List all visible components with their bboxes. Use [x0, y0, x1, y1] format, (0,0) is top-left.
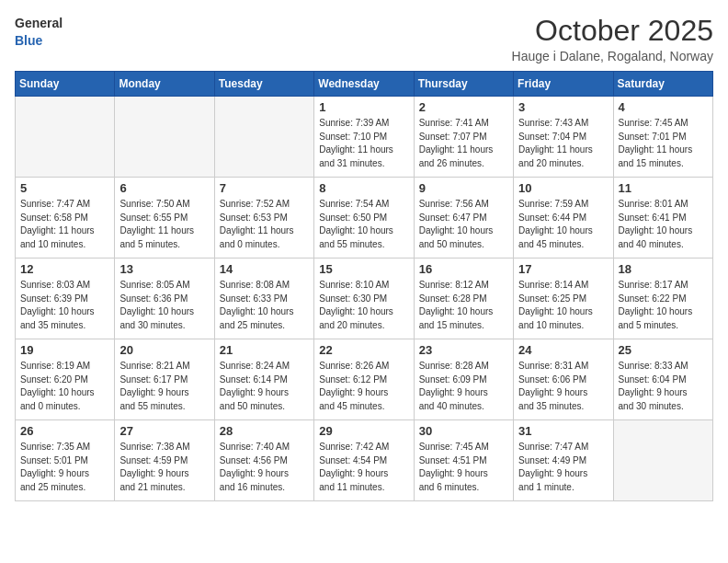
day-info-15: Sunrise: 8:10 AM Sunset: 6:30 PM Dayligh… [319, 279, 408, 332]
calendar-table: SundayMondayTuesdayWednesdayThursdayFrid… [15, 71, 713, 501]
day-number-1: 1 [319, 100, 408, 114]
day-number-24: 24 [518, 343, 608, 357]
day-cell-11: 11Sunrise: 8:01 AM Sunset: 6:41 PM Dayli… [613, 178, 712, 259]
day-info-6: Sunrise: 7:50 AM Sunset: 6:55 PM Dayligh… [119, 198, 209, 251]
day-cell-17: 17Sunrise: 8:14 AM Sunset: 6:25 PM Dayli… [514, 259, 613, 339]
week-row-3: 12Sunrise: 8:03 AM Sunset: 6:39 PM Dayli… [16, 259, 713, 339]
day-cell-20: 20Sunrise: 8:21 AM Sunset: 6:17 PM Dayli… [115, 339, 214, 420]
day-number-11: 11 [619, 181, 708, 195]
day-info-27: Sunrise: 7:38 AM Sunset: 4:59 PM Dayligh… [119, 441, 209, 494]
page-header: General Blue October 2025 Hauge i Dalane… [15, 15, 713, 63]
logo-blue: Blue [15, 33, 42, 48]
day-number-9: 9 [419, 181, 508, 195]
header-tuesday: Tuesday [214, 72, 313, 97]
day-info-21: Sunrise: 8:24 AM Sunset: 6:14 PM Dayligh… [220, 360, 309, 413]
day-number-12: 12 [20, 262, 109, 276]
day-number-28: 28 [220, 424, 309, 438]
day-number-7: 7 [220, 181, 309, 195]
day-info-8: Sunrise: 7:54 AM Sunset: 6:50 PM Dayligh… [319, 198, 408, 251]
day-cell-8: 8Sunrise: 7:54 AM Sunset: 6:50 PM Daylig… [314, 178, 414, 259]
day-cell-10: 10Sunrise: 7:59 AM Sunset: 6:44 PM Dayli… [514, 178, 613, 259]
day-info-24: Sunrise: 8:31 AM Sunset: 6:06 PM Dayligh… [518, 360, 608, 413]
day-number-26: 26 [20, 424, 109, 438]
empty-cell-w0-d0 [16, 97, 115, 178]
day-number-29: 29 [319, 424, 408, 438]
day-info-18: Sunrise: 8:17 AM Sunset: 6:22 PM Dayligh… [619, 279, 708, 332]
day-number-14: 14 [220, 262, 309, 276]
day-number-13: 13 [119, 262, 209, 276]
header-sunday: Sunday [16, 72, 115, 97]
day-cell-4: 4Sunrise: 7:45 AM Sunset: 7:01 PM Daylig… [613, 97, 712, 178]
day-cell-23: 23Sunrise: 8:28 AM Sunset: 6:09 PM Dayli… [414, 339, 513, 420]
day-number-4: 4 [619, 100, 708, 114]
day-number-2: 2 [419, 100, 508, 114]
day-info-25: Sunrise: 8:33 AM Sunset: 6:04 PM Dayligh… [619, 360, 708, 413]
day-number-30: 30 [419, 424, 508, 438]
week-row-5: 26Sunrise: 7:35 AM Sunset: 5:01 PM Dayli… [16, 420, 713, 501]
empty-cell-w0-d2 [214, 97, 313, 178]
day-number-22: 22 [319, 343, 408, 357]
day-number-10: 10 [518, 181, 608, 195]
day-number-8: 8 [319, 181, 408, 195]
day-cell-3: 3Sunrise: 7:43 AM Sunset: 7:04 PM Daylig… [514, 97, 613, 178]
empty-cell-w4-d6 [613, 420, 712, 501]
day-number-27: 27 [119, 424, 209, 438]
day-cell-31: 31Sunrise: 7:47 AM Sunset: 4:49 PM Dayli… [514, 420, 613, 501]
day-number-25: 25 [619, 343, 708, 357]
day-info-29: Sunrise: 7:42 AM Sunset: 4:54 PM Dayligh… [319, 441, 408, 494]
day-number-16: 16 [419, 262, 508, 276]
day-number-20: 20 [119, 343, 209, 357]
day-cell-2: 2Sunrise: 7:41 AM Sunset: 7:07 PM Daylig… [414, 97, 513, 178]
day-cell-27: 27Sunrise: 7:38 AM Sunset: 4:59 PM Dayli… [115, 420, 214, 501]
day-number-15: 15 [319, 262, 408, 276]
day-cell-25: 25Sunrise: 8:33 AM Sunset: 6:04 PM Dayli… [613, 339, 712, 420]
subtitle: Hauge i Dalane, Rogaland, Norway [512, 49, 713, 63]
day-number-31: 31 [518, 424, 608, 438]
day-number-23: 23 [419, 343, 508, 357]
day-cell-9: 9Sunrise: 7:56 AM Sunset: 6:47 PM Daylig… [414, 178, 513, 259]
day-info-9: Sunrise: 7:56 AM Sunset: 6:47 PM Dayligh… [419, 198, 508, 251]
svg-marker-0 [74, 18, 81, 24]
day-number-17: 17 [518, 262, 608, 276]
day-info-28: Sunrise: 7:40 AM Sunset: 4:56 PM Dayligh… [220, 441, 309, 494]
day-number-3: 3 [518, 100, 608, 114]
day-cell-24: 24Sunrise: 8:31 AM Sunset: 6:06 PM Dayli… [514, 339, 613, 420]
day-info-30: Sunrise: 7:45 AM Sunset: 4:51 PM Dayligh… [419, 441, 508, 494]
day-info-12: Sunrise: 8:03 AM Sunset: 6:39 PM Dayligh… [20, 279, 109, 332]
empty-cell-w0-d1 [115, 97, 214, 178]
day-info-23: Sunrise: 8:28 AM Sunset: 6:09 PM Dayligh… [419, 360, 508, 413]
day-number-19: 19 [20, 343, 109, 357]
day-info-13: Sunrise: 8:05 AM Sunset: 6:36 PM Dayligh… [119, 279, 209, 332]
day-cell-21: 21Sunrise: 8:24 AM Sunset: 6:14 PM Dayli… [214, 339, 313, 420]
day-cell-29: 29Sunrise: 7:42 AM Sunset: 4:54 PM Dayli… [314, 420, 414, 501]
day-info-17: Sunrise: 8:14 AM Sunset: 6:25 PM Dayligh… [518, 279, 608, 332]
day-info-1: Sunrise: 7:39 AM Sunset: 7:10 PM Dayligh… [319, 117, 408, 170]
day-info-3: Sunrise: 7:43 AM Sunset: 7:04 PM Dayligh… [518, 117, 608, 170]
day-info-10: Sunrise: 7:59 AM Sunset: 6:44 PM Dayligh… [518, 198, 608, 251]
day-info-20: Sunrise: 8:21 AM Sunset: 6:17 PM Dayligh… [119, 360, 209, 413]
header-monday: Monday [115, 72, 214, 97]
logo-general: General [15, 16, 63, 30]
day-info-7: Sunrise: 7:52 AM Sunset: 6:53 PM Dayligh… [220, 198, 309, 251]
week-row-1: 1Sunrise: 7:39 AM Sunset: 7:10 PM Daylig… [16, 97, 713, 178]
title-block: October 2025 Hauge i Dalane, Rogaland, N… [512, 15, 713, 63]
day-number-21: 21 [220, 343, 309, 357]
header-friday: Friday [514, 72, 613, 97]
month-title: October 2025 [512, 15, 713, 47]
header-row: SundayMondayTuesdayWednesdayThursdayFrid… [16, 72, 713, 97]
header-thursday: Thursday [414, 72, 513, 97]
day-cell-22: 22Sunrise: 8:26 AM Sunset: 6:12 PM Dayli… [314, 339, 414, 420]
day-info-16: Sunrise: 8:12 AM Sunset: 6:28 PM Dayligh… [419, 279, 508, 332]
day-cell-1: 1Sunrise: 7:39 AM Sunset: 7:10 PM Daylig… [314, 97, 414, 178]
day-number-6: 6 [119, 181, 209, 195]
header-wednesday: Wednesday [314, 72, 414, 97]
day-cell-30: 30Sunrise: 7:45 AM Sunset: 4:51 PM Dayli… [414, 420, 513, 501]
day-cell-18: 18Sunrise: 8:17 AM Sunset: 6:22 PM Dayli… [613, 259, 712, 339]
day-number-18: 18 [619, 262, 708, 276]
day-info-19: Sunrise: 8:19 AM Sunset: 6:20 PM Dayligh… [20, 360, 109, 413]
day-cell-6: 6Sunrise: 7:50 AM Sunset: 6:55 PM Daylig… [115, 178, 214, 259]
day-cell-14: 14Sunrise: 8:08 AM Sunset: 6:33 PM Dayli… [214, 259, 313, 339]
day-info-14: Sunrise: 8:08 AM Sunset: 6:33 PM Dayligh… [220, 279, 309, 332]
day-cell-13: 13Sunrise: 8:05 AM Sunset: 6:36 PM Dayli… [115, 259, 214, 339]
week-row-4: 19Sunrise: 8:19 AM Sunset: 6:20 PM Dayli… [16, 339, 713, 420]
